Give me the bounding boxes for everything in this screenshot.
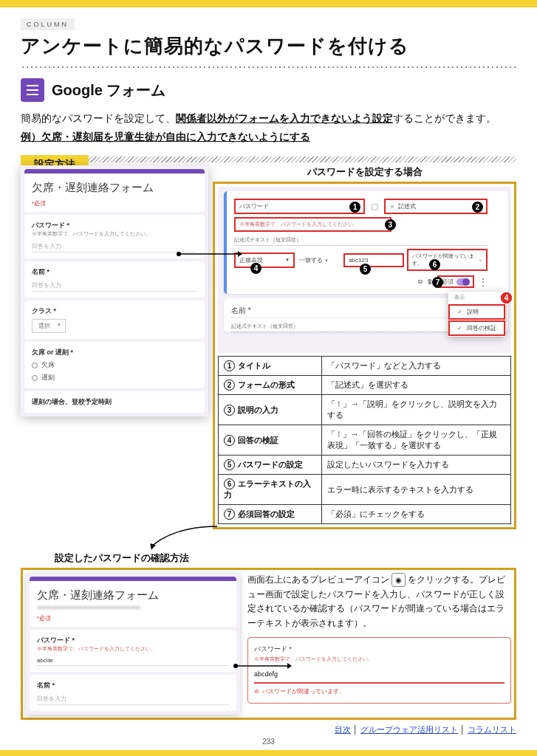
form-title: 欠席・遅刻連絡フォーム (32, 181, 197, 195)
page-title: アンケートに簡易的なパスワードを付ける (21, 33, 516, 59)
form2-pw-label: パスワード * (37, 636, 229, 645)
form-preview-left: 欠席・遅刻連絡フォーム *必須 パスワード * ※半角英数字で、パスワードを入力… (21, 165, 208, 416)
divider-dots (21, 66, 516, 68)
table-row: 1タイトル (219, 357, 322, 376)
intro-text: 簡易的なパスワードを設定して、関係者以外がフォームを入力できないよう設定すること… (21, 109, 516, 146)
kebab-menu-icon[interactable]: ⋮ (479, 277, 488, 287)
image-insert-icon[interactable]: ▢ (371, 202, 378, 211)
err-sub: ※半角英数字で、パスワードを入力してください。 (254, 655, 504, 664)
link-groupware[interactable]: グループウェア活用リスト (360, 725, 458, 734)
required-note: *必須 (32, 199, 197, 207)
q-class-select[interactable]: 選択 (32, 319, 66, 333)
q-name-label: 名前 * (32, 267, 197, 277)
form2-required: *必須 (37, 614, 229, 622)
section2-paragraph: 画面右上にあるプレビューアイコン◉をクリックする。プレビュー画面で設定したパスワ… (247, 573, 511, 630)
callout-4-icon: 4 (250, 263, 261, 274)
err-input[interactable]: abcdefg (254, 667, 504, 684)
form2-pw-input[interactable]: abcde (37, 656, 229, 666)
q-reason-label: 遅刻の場合、登校予定時刻 (32, 397, 197, 407)
confirm-highlight-box: 欠席・遅刻連絡フォーム xxxxxxxxxxxxxxxxxxxxxxxxxxxx… (21, 568, 516, 720)
callout-4b-icon: 4 (501, 292, 512, 303)
format-select[interactable]: ＝記述式 2 ▼ (384, 199, 488, 214)
required-toggle[interactable]: 7 必須 (437, 275, 474, 288)
table-row: 6エラーテキストの入力 (219, 475, 322, 505)
preview-eye-icon: ◉ (391, 573, 406, 587)
popup-item-description[interactable]: ✓説明3 (448, 304, 505, 320)
callout-3-icon: 3 (385, 219, 396, 230)
callout-6-icon: 6 (429, 259, 440, 270)
popup-item-validation[interactable]: ✓回答の検証4 (448, 320, 505, 336)
title-field[interactable]: パスワード 1 (234, 199, 365, 214)
radio-absent[interactable]: 欠席 (32, 360, 197, 370)
link-toc[interactable]: 目次 (335, 725, 351, 734)
error-text-field[interactable]: パスワードが間違っています。6× (407, 249, 488, 271)
form-preview-2: 欠席・遅刻連絡フォーム xxxxxxxxxxxxxxxxxxxxxxxxxxxx… (26, 573, 240, 715)
callout-1-icon: 1 (349, 202, 360, 213)
hatch-pattern (21, 157, 516, 162)
error-icon: ⊘ (254, 687, 259, 697)
form2-name-input[interactable]: 回答を入力 (37, 693, 229, 705)
error-example-box: パスワード * ※半角英数字で、パスワードを入力してください。 abcdefg … (247, 637, 511, 704)
editor-caption: パスワードを設定する場合 (213, 165, 516, 179)
password-value-field[interactable]: abc1235 (343, 253, 404, 267)
callout-5-icon: 5 (360, 264, 371, 275)
match-select[interactable]: 一致する ▼ (298, 254, 341, 267)
description-field[interactable]: ※半角英数字で、パスワードを入力してください。 3 (234, 217, 391, 232)
err-label: パスワード * (254, 644, 504, 655)
column-badge: COLUMN (21, 18, 75, 30)
callout-2-icon: 2 (472, 202, 483, 213)
copy-icon[interactable]: ⧉ (418, 278, 423, 286)
steps-table: 1タイトル「パスワード」などと入力する 2フォームの形式「記述式」を選択する 3… (218, 356, 511, 524)
radio-late[interactable]: 遅刻 (32, 373, 197, 382)
regex-select[interactable]: 正規表現▼4 (234, 252, 295, 268)
link-column-list[interactable]: コラムリスト (468, 725, 516, 734)
section2-title: 設定したパスワードの確認方法 (55, 551, 516, 565)
q-password-input[interactable]: 回答を入力 (32, 241, 197, 252)
table-row: 5パスワードの設定 (219, 456, 322, 475)
footer-links: 目次 │ グループウェア活用リスト │ コラムリスト (21, 724, 516, 735)
q-class-label: クラス * (32, 306, 197, 316)
q-name-input[interactable]: 回答を入力 (32, 280, 197, 292)
q-password-sub: ※半角英数字で、パスワードを入力してください。 (32, 230, 197, 238)
google-forms-icon (21, 78, 44, 102)
q-password-label: パスワード * (32, 221, 197, 230)
short-answer-placeholder: 記述式テキスト（短文回答） (234, 235, 488, 246)
page-number: 233 (21, 738, 516, 746)
app-name: Google フォーム (52, 80, 165, 100)
table-row: 2フォームの形式 (219, 376, 322, 395)
table-row: 4回答の検証 (219, 425, 322, 456)
q-absent-label: 欠席 or 遅刻 * (32, 348, 197, 357)
arrow-connector-2 (146, 525, 220, 550)
err-message: ⊘パスワードが間違っています。 (254, 687, 504, 697)
form2-title: 欠席・遅刻連絡フォーム (37, 588, 229, 602)
form2-name-label: 名前 * (37, 681, 229, 690)
editor-highlight-box: ⊕ ⇥ Tт ▢ ▷ ⊟ パスワード 1 ▢ (213, 182, 516, 529)
table-row: 7必須回答の設定 (219, 505, 322, 524)
form2-pw-sub: ※半角英数字で、パスワードを入力してください。 (37, 645, 229, 653)
callout-7-icon: 7 (432, 277, 443, 288)
table-row: 3説明の入力 (219, 395, 322, 425)
kebab-popup: 表示 ✓説明3 ✓回答の検証4 (448, 292, 505, 337)
